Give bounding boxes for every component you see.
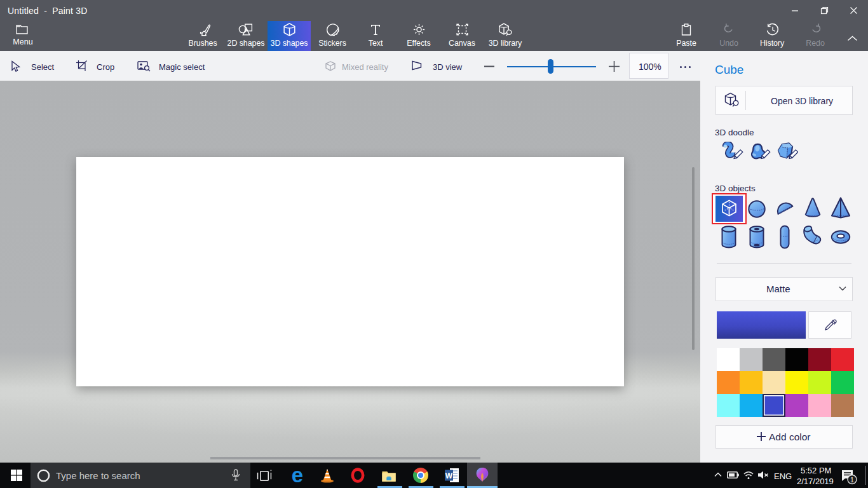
svg-text:W: W <box>445 471 453 480</box>
svg-text:1: 1 <box>850 476 854 484</box>
